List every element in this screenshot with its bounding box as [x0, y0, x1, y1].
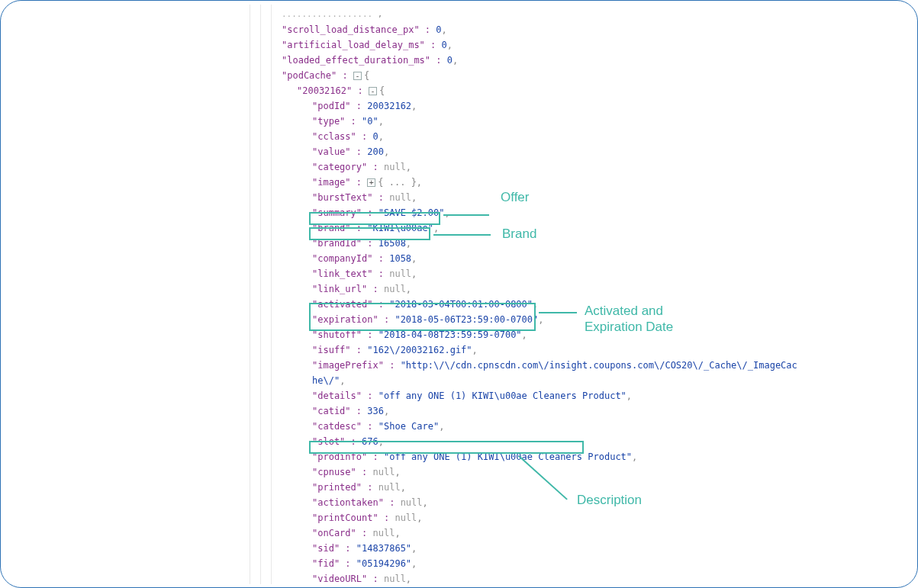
kv-companyid: "companyId" : 1058,: [245, 251, 680, 266]
kv-artificial-load-delay: "artificial_load_delay_ms" : 0,: [245, 37, 680, 53]
kv-type: "type" : "0",: [245, 114, 680, 129]
kv-linkurl: "link_url" : null,: [245, 281, 680, 297]
collapse-minus-icon[interactable]: -: [353, 72, 362, 80]
kv-cpnuse: "cpnuse" : null,: [245, 464, 680, 480]
kv-printcount: "printCount" : null,: [245, 510, 680, 525]
kv-prodinfo: "prodinfo" : "off any ONE (1) KIWI\u00ae…: [245, 449, 680, 464]
kv-catdesc: "catdesc" : "Shoe Care",: [245, 419, 680, 434]
kv-videourl: "videoURL" : null,: [245, 571, 680, 586]
document-frame: .................. , "scroll_load_distan…: [0, 0, 918, 588]
kv-loaded-effect-duration: "loaded_effect_duration_ms" : 0,: [245, 53, 680, 68]
kv-bursttext: "burstText" : null,: [245, 190, 680, 205]
kv-brand: "brand" : "KIWI\u00ae",: [245, 220, 680, 236]
kv-expiration: "expiration" : "2018-05-06T23:59:00-0700…: [245, 312, 680, 327]
kv-scroll-load-distance: "scroll_load_distance_px" : 0,: [245, 22, 680, 37]
kv-oncard: "onCard" : null,: [245, 525, 680, 541]
kv-image: "image" : +{ ... },: [245, 175, 680, 190]
kv-activated: "activated" : "2018-03-04T00:01:00-0800"…: [245, 297, 680, 312]
expand-plus-icon[interactable]: +: [367, 178, 375, 187]
kv-podid: "podId" : 20032162,: [245, 98, 680, 114]
kv-isuff: "isuff" : "162\/20032162.gif",: [245, 342, 680, 358]
kv-imageprefix-cont: he\/",: [245, 373, 680, 388]
kv-fid: "fid" : "05194296",: [245, 556, 680, 571]
kv-linktext: "link_text" : null,: [245, 266, 680, 281]
kv-category: "category" : null,: [245, 159, 680, 175]
kv-details: "details" : "off any ONE (1) KIWI\u00ae …: [245, 388, 680, 403]
kv-podcache: "podCache" : -{: [245, 68, 680, 83]
kv-pod-id-key: "20032162" : -{: [245, 83, 680, 98]
kv-catid: "catid" : 336,: [245, 403, 680, 419]
kv-imageprefix: "imagePrefix" : "http:\/\/cdn.cpnscdn.co…: [245, 358, 680, 373]
kv-brandid: "brandId" : 16508,: [245, 236, 680, 251]
collapse-minus-icon[interactable]: -: [369, 87, 377, 95]
kv-actiontaken: "actiontaken" : null,: [245, 495, 680, 510]
json-code-block: .................. , "scroll_load_distan…: [245, 7, 680, 588]
kv-slot: "slot" : 676,: [245, 434, 680, 449]
kv-shutoff: "shutoff" : "2018-04-08T23:59:59-0700",: [245, 327, 680, 342]
kv-value: "value" : 200,: [245, 144, 680, 159]
kv-sid: "sid" : "14837865",: [245, 541, 680, 556]
kv-summary: "summary" : "SAVE $2.00",: [245, 205, 680, 220]
kv-cclass: "cclass" : 0,: [245, 129, 680, 144]
kv-printed: "printed" : null,: [245, 480, 680, 495]
truncated-line: .................. ,: [245, 7, 680, 22]
